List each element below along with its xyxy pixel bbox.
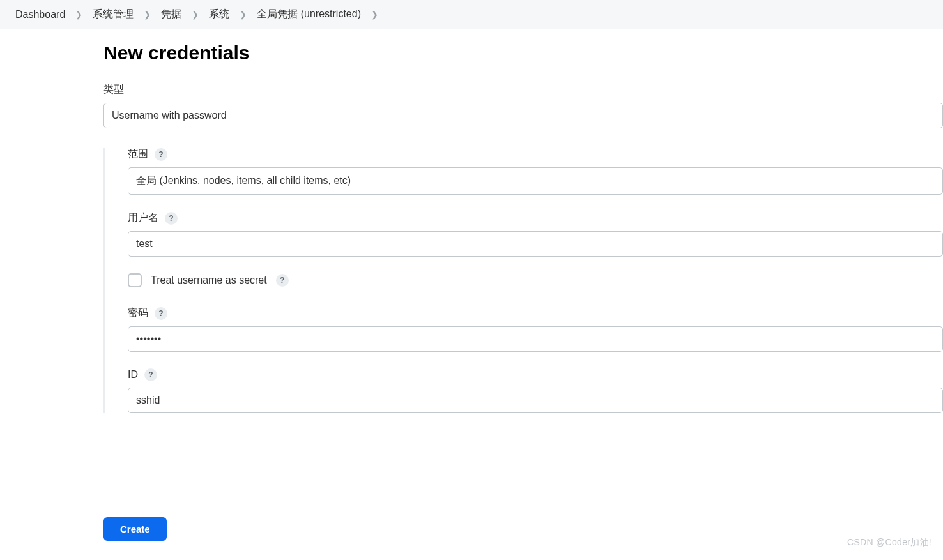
type-select[interactable]: Username with password bbox=[103, 103, 943, 128]
chevron-right-icon: ❯ bbox=[75, 10, 82, 19]
chevron-right-icon: ❯ bbox=[371, 10, 378, 19]
breadcrumb-item-global[interactable]: 全局凭据 (unrestricted) bbox=[257, 8, 361, 21]
password-label: 密码 bbox=[128, 306, 148, 320]
breadcrumb-item-system-manage[interactable]: 系统管理 bbox=[93, 8, 134, 21]
treat-secret-checkbox[interactable] bbox=[128, 273, 142, 287]
chevron-right-icon: ❯ bbox=[192, 10, 199, 19]
password-input[interactable] bbox=[128, 326, 943, 352]
field-scope: 范围 ? 全局 (Jenkins, nodes, items, all chil… bbox=[128, 148, 943, 195]
breadcrumb-item-dashboard[interactable]: Dashboard bbox=[15, 9, 65, 20]
page-title: New credentials bbox=[103, 42, 943, 64]
breadcrumb-item-credentials[interactable]: 凭据 bbox=[161, 8, 181, 21]
field-treat-secret: Treat username as secret ? bbox=[128, 273, 943, 287]
help-icon[interactable]: ? bbox=[155, 307, 167, 320]
username-input[interactable] bbox=[128, 231, 943, 257]
create-button[interactable]: Create bbox=[103, 517, 167, 541]
field-type: 类型 Username with password bbox=[103, 83, 943, 128]
breadcrumb: Dashboard ❯ 系统管理 ❯ 凭据 ❯ 系统 ❯ 全局凭据 (unres… bbox=[0, 0, 943, 29]
help-icon[interactable]: ? bbox=[155, 148, 167, 161]
field-username: 用户名 ? bbox=[128, 211, 943, 257]
treat-secret-label: Treat username as secret bbox=[151, 275, 267, 286]
scope-select[interactable]: 全局 (Jenkins, nodes, items, all child ite… bbox=[128, 167, 943, 195]
credential-details: 范围 ? 全局 (Jenkins, nodes, items, all chil… bbox=[103, 148, 943, 413]
help-icon[interactable]: ? bbox=[276, 274, 289, 287]
main-content: New credentials 类型 Username with passwor… bbox=[0, 29, 943, 413]
breadcrumb-item-system[interactable]: 系统 bbox=[209, 8, 229, 21]
scope-label: 范围 bbox=[128, 148, 148, 161]
id-label: ID bbox=[128, 369, 138, 381]
help-icon[interactable]: ? bbox=[144, 368, 157, 381]
chevron-right-icon: ❯ bbox=[240, 10, 247, 19]
button-bar: Create bbox=[0, 503, 943, 560]
id-input[interactable] bbox=[128, 388, 943, 413]
field-id: ID ? bbox=[128, 368, 943, 413]
chevron-right-icon: ❯ bbox=[144, 10, 151, 19]
username-label: 用户名 bbox=[128, 211, 158, 225]
type-label: 类型 bbox=[103, 83, 124, 96]
field-password: 密码 ? bbox=[128, 306, 943, 352]
help-icon[interactable]: ? bbox=[165, 212, 178, 225]
